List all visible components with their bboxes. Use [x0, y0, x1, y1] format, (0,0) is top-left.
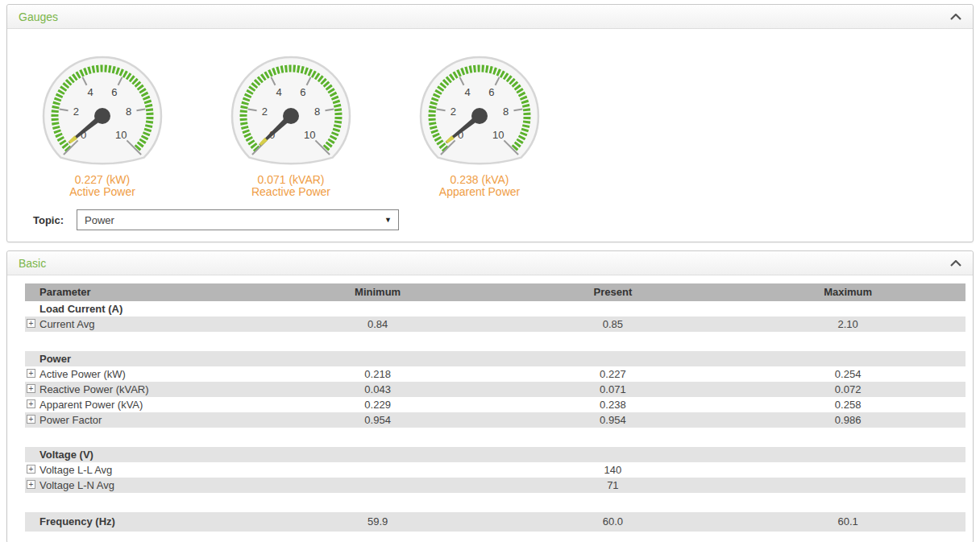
parameter-cell: Voltage L-N Avg [25, 478, 260, 493]
expand-icon[interactable]: + [27, 480, 35, 489]
present-value: 0.071 [496, 382, 731, 397]
maximum-value: 2.10 [730, 317, 965, 332]
gauge-label: Apparent Power [409, 186, 550, 198]
gauge-caption: 0.238 (kVA)Apparent Power [409, 174, 550, 198]
parameter-label: Current Avg [39, 318, 94, 330]
gauges-panel-header: Gauges [7, 5, 973, 29]
present-value: 140 [496, 462, 731, 478]
maximum-value: 0.254 [730, 366, 965, 382]
gauge-caption: 0.071 (kVAR)Reactive Power [220, 174, 362, 198]
gauge-reading: 0.071 (kVAR) [220, 174, 362, 186]
svg-text:8: 8 [314, 106, 320, 118]
expand-icon[interactable]: + [27, 369, 35, 378]
present-value: 60.0 [496, 512, 731, 532]
topic-select-value: Power [85, 214, 114, 226]
gauge-apparent-power: 02468100.238 (kVA)Apparent Power [409, 52, 550, 198]
gauge-reading: 0.238 (kVA) [409, 174, 550, 186]
gauge-reading: 0.227 (kW) [31, 174, 173, 186]
expand-icon[interactable]: + [27, 415, 35, 424]
minimum-value [260, 351, 496, 366]
svg-text:6: 6 [488, 86, 494, 98]
svg-text:10: 10 [492, 129, 504, 141]
parameter-cell: Frequency (Hz) [25, 512, 260, 532]
table-row: +Voltage L-L Avg140 [25, 462, 965, 478]
expand-icon[interactable]: + [27, 399, 35, 408]
maximum-value: 60.1 [730, 512, 965, 532]
present-value [496, 301, 731, 317]
table-row: Voltage (V) [25, 447, 965, 462]
minimum-value [260, 301, 496, 317]
minimum-value: 0.043 [260, 382, 496, 397]
gauge-reactive-power: 02468100.071 (kVAR)Reactive Power [220, 52, 362, 198]
parameter-label: Voltage (V) [39, 449, 93, 461]
svg-text:8: 8 [503, 106, 509, 118]
column-header-minimum: Minimum [260, 283, 496, 301]
minimum-value: 0.229 [260, 397, 496, 412]
gauge-dial: 0246810 [220, 52, 362, 169]
svg-text:10: 10 [304, 129, 315, 141]
table-spacer [25, 428, 965, 447]
table-row: +Apparent Power (kVA)0.2290.2380.258 [25, 397, 965, 412]
present-value [496, 447, 731, 462]
topic-select[interactable]: Power ▼ [77, 209, 399, 230]
topic-label: Topic: [31, 214, 64, 226]
basic-panel: Basic Parameter Minimum Present Maximum … [6, 250, 974, 542]
parameter-label: Voltage L-L Avg [39, 464, 112, 476]
gauges-panel-title: Gauges [19, 10, 58, 23]
present-value: 71 [496, 478, 731, 493]
parameter-cell: Load Current (A) [25, 301, 260, 317]
parameter-cell: Active Power (kW) [25, 366, 260, 382]
parameter-cell: Power Factor [25, 412, 260, 428]
parameter-label: Frequency (Hz) [39, 515, 115, 528]
svg-text:4: 4 [464, 86, 470, 98]
maximum-value [730, 478, 965, 493]
basic-panel-body: Parameter Minimum Present Maximum Load C… [7, 275, 973, 542]
gauge-dial: 0246810 [31, 52, 173, 169]
minimum-value: 0.954 [260, 412, 496, 428]
parameter-cell: Power [25, 351, 260, 366]
present-value: 0.85 [496, 317, 731, 332]
parameter-label: Voltage L-N Avg [39, 479, 114, 491]
svg-text:8: 8 [126, 106, 131, 118]
parameter-cell: Current Avg [25, 317, 260, 332]
dropdown-arrow-icon: ▼ [384, 216, 392, 224]
table-spacer [25, 493, 965, 512]
gauge-label: Reactive Power [220, 186, 362, 198]
gauge-dial: 0246810 [409, 52, 550, 169]
svg-text:2: 2 [451, 106, 456, 118]
table-row: +Power Factor0.9540.9540.986 [25, 412, 965, 428]
parameter-label: Power Factor [39, 414, 102, 426]
maximum-value: 0.258 [730, 397, 965, 412]
parameter-cell: Voltage (V) [25, 447, 260, 462]
maximum-value: 0.072 [730, 382, 965, 397]
table-row: Frequency (Hz)59.960.060.1 [25, 512, 965, 532]
parameter-label: Load Current (A) [39, 303, 122, 315]
svg-text:2: 2 [262, 106, 268, 118]
parameter-label: Apparent Power (kVA) [39, 399, 143, 411]
svg-text:2: 2 [73, 106, 79, 118]
svg-text:6: 6 [111, 86, 117, 98]
parameter-cell: Voltage L-L Avg [25, 462, 260, 478]
expand-icon[interactable]: + [27, 319, 35, 328]
svg-text:6: 6 [300, 86, 305, 98]
svg-text:4: 4 [276, 86, 281, 98]
maximum-value [730, 351, 965, 366]
expand-icon[interactable]: + [27, 384, 35, 393]
maximum-value [730, 447, 965, 462]
minimum-value [260, 447, 496, 462]
minimum-value: 0.84 [260, 317, 496, 332]
column-header-maximum: Maximum [730, 283, 965, 301]
present-value [496, 351, 731, 366]
collapse-chevron-icon[interactable] [950, 14, 961, 20]
collapse-chevron-icon[interactable] [950, 260, 961, 267]
gauges-panel: Gauges 02468100.227 (kW)Active Power0246… [6, 4, 974, 242]
minimum-value [260, 478, 496, 493]
table-row: +Reactive Power (kVAR)0.0430.0710.072 [25, 382, 965, 397]
table-row: +Current Avg0.840.852.10 [25, 317, 965, 332]
present-value: 0.227 [496, 366, 731, 382]
expand-icon[interactable]: + [27, 465, 35, 474]
minimum-value [260, 462, 496, 478]
parameter-cell: Apparent Power (kVA) [25, 397, 260, 412]
table-spacer [25, 332, 965, 351]
svg-text:4: 4 [87, 86, 93, 98]
